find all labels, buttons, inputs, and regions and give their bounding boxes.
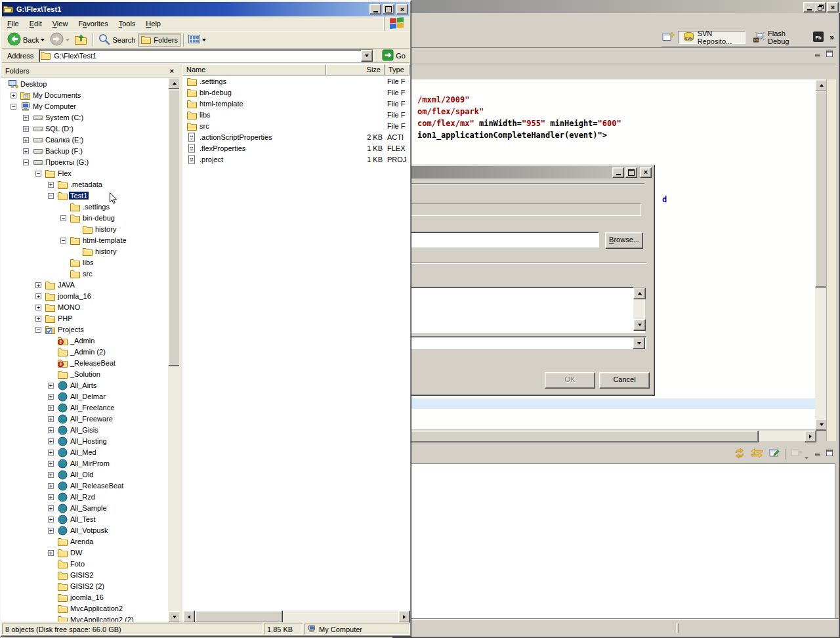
address-value[interactable]: G:\Flex\Test1	[54, 52, 96, 60]
views-button[interactable]	[186, 33, 209, 46]
link-with-editor-icon[interactable]	[789, 449, 803, 458]
editor-horizontal-scrollbar[interactable]	[396, 431, 815, 441]
tree-expand-icon[interactable]: +	[48, 394, 54, 400]
tree-expand-icon[interactable]: +	[35, 316, 41, 322]
tree-expand-icon[interactable]: +	[10, 93, 16, 98]
file-name[interactable]: bin-debug	[200, 89, 232, 96]
tree-item-label[interactable]: All_Gisis	[69, 426, 100, 434]
tree-expand-icon[interactable]: +	[48, 550, 54, 556]
tree-item-label[interactable]: All_Old	[69, 471, 94, 478]
tree-item-label[interactable]: Flex	[56, 169, 73, 177]
tree-collapse-icon[interactable]: −	[35, 327, 41, 333]
tree-item-label[interactable]: libs	[81, 259, 95, 266]
tree-expand-icon[interactable]: +	[23, 148, 29, 154]
tree-expand-icon[interactable]: +	[48, 505, 54, 511]
file-name[interactable]: html-template	[200, 100, 243, 108]
tree-item-label[interactable]: My Documents	[32, 91, 82, 99]
perspective-tab-flash-builder[interactable]: Fb	[809, 31, 828, 44]
back-button[interactable]: Back	[5, 32, 47, 48]
pin-editor-icon[interactable]	[768, 449, 782, 458]
tree-expand-icon[interactable]: +	[48, 182, 54, 188]
eclipse-title-bar[interactable]: ×	[392, 0, 840, 13]
perspective-tab-flash-debug[interactable]: Fb Flash Debug	[749, 31, 806, 44]
tree-item-label[interactable]: All_Rzd	[69, 493, 96, 501]
tree-expand-icon[interactable]: +	[48, 494, 54, 500]
console-minimize-button[interactable]	[812, 450, 823, 459]
tree-expand-icon[interactable]: +	[48, 438, 54, 444]
tree-expand-icon[interactable]: +	[23, 115, 29, 121]
tree-item-label[interactable]: history	[94, 247, 117, 255]
file-row[interactable]: .flexProperties1 KBFLEX	[182, 143, 409, 154]
forward-button[interactable]	[47, 32, 72, 48]
tree-item-label[interactable]: .metadata	[69, 181, 104, 188]
file-name[interactable]: libs	[200, 111, 211, 119]
tree-item-label[interactable]: history	[94, 225, 117, 233]
tree-expand-icon[interactable]: +	[48, 450, 54, 456]
address-combo[interactable]: G:\Flex\Test1	[39, 49, 373, 62]
tree-item-label[interactable]: All_Sample	[69, 504, 108, 512]
views-dropdown-caret[interactable]	[202, 39, 206, 41]
tree-expand-icon[interactable]: +	[48, 472, 54, 478]
explorer-close-button[interactable]: ×	[396, 4, 408, 14]
tree-item-label[interactable]: Test1	[69, 192, 89, 200]
tree-item-label[interactable]: Projects	[56, 326, 85, 333]
tree-item-label[interactable]: JAVA	[56, 281, 76, 289]
file-name[interactable]: .settings	[200, 77, 226, 85]
ok-button[interactable]: OK	[545, 372, 595, 389]
perspective-tab-svn-repository[interactable]: SVN SVN Reposito...	[678, 31, 746, 44]
tree-expand-icon[interactable]: +	[35, 305, 41, 310]
tree-item-label[interactable]: SQL (D:)	[44, 125, 75, 133]
up-button[interactable]	[72, 32, 91, 47]
search-button[interactable]: Search	[95, 32, 138, 47]
tree-item-label[interactable]: GISIS2	[69, 571, 94, 579]
file-row[interactable]: .project1 KBPROJ	[182, 154, 409, 165]
file-row[interactable]: libsFile F	[182, 110, 409, 121]
forward-dropdown-caret[interactable]	[66, 39, 70, 41]
tree-item-label[interactable]: All_Hosting	[69, 437, 108, 445]
tree-expand-icon[interactable]: +	[48, 383, 54, 389]
menu-tools[interactable]: Tools	[114, 18, 141, 30]
address-drop-button[interactable]	[361, 50, 373, 62]
tree-item-label[interactable]: joomla_16	[56, 292, 93, 300]
tree-item-label[interactable]: My Computer	[32, 102, 77, 110]
scrollbar-thumb[interactable]	[195, 610, 283, 623]
dialog-minimize-button[interactable]	[612, 167, 624, 178]
tree-item-label[interactable]: MvcApplication2	[69, 605, 124, 612]
file-row[interactable]: srcFile F	[182, 121, 409, 132]
column-header-type[interactable]: Type	[385, 64, 410, 75]
tree-expand-icon[interactable]: +	[23, 126, 29, 132]
tree-expand-icon[interactable]: +	[48, 405, 54, 411]
tree-expand-icon[interactable]: +	[48, 461, 54, 467]
tree-item-label[interactable]: src	[81, 270, 94, 278]
menu-edit[interactable]: Edit	[24, 18, 47, 30]
scroll-down-button[interactable]	[633, 319, 646, 331]
browse-button[interactable]: Browse...	[605, 232, 643, 249]
menu-view[interactable]: View	[47, 18, 74, 30]
console-maximize-button[interactable]	[824, 448, 835, 457]
editor-minimize-button[interactable]	[812, 51, 823, 60]
file-name[interactable]: .actionScriptProperties	[200, 133, 272, 141]
tree-item-label[interactable]: All_Votpusk	[69, 526, 109, 534]
tree-collapse-icon[interactable]: −	[35, 171, 41, 177]
dialog-maximize-button[interactable]	[625, 167, 637, 178]
eclipse-close-button[interactable]: ×	[827, 2, 839, 12]
file-row[interactable]: html-templateFile F	[182, 98, 409, 110]
eclipse-minimize-button[interactable]	[803, 2, 815, 12]
go-button[interactable]: Go	[379, 49, 408, 63]
swap-editors-icon[interactable]	[749, 449, 764, 458]
tree-item-label[interactable]: All_Test	[69, 515, 97, 523]
tree-item-label[interactable]: _Admin (2)	[69, 348, 107, 356]
scroll-left-button[interactable]	[183, 610, 195, 623]
tree-item-label[interactable]: All_ReleaseBeat	[69, 482, 125, 490]
explorer-title-bar[interactable]: G:\Flex\Test1 ×	[2, 2, 410, 16]
menu-file[interactable]: File	[2, 18, 24, 30]
back-dropdown-caret[interactable]	[41, 39, 45, 41]
tree-collapse-icon[interactable]: −	[23, 160, 29, 165]
tree-collapse-icon[interactable]: −	[60, 215, 66, 221]
tree-item-label[interactable]: Desktop	[19, 80, 48, 88]
tree-item-label[interactable]: All_Med	[69, 448, 98, 456]
tree-expand-icon[interactable]: +	[48, 517, 54, 522]
tree-collapse-icon[interactable]: −	[48, 193, 54, 199]
tree-item-label[interactable]: All_Airts	[69, 381, 98, 389]
tree-item-label[interactable]: Backup (F:)	[44, 147, 84, 155]
